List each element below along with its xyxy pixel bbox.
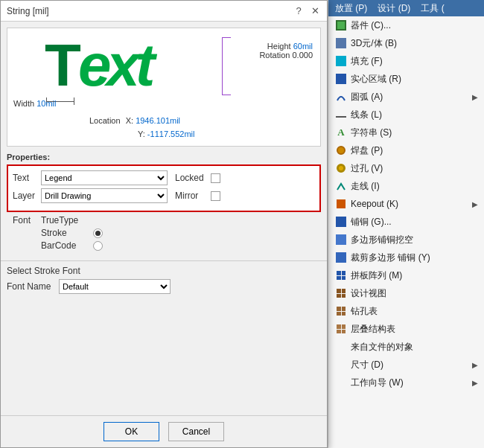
arc-icon <box>334 90 348 103</box>
menu-titlebar: 放置 (P) 设计 (D) 工具 ( <box>328 0 484 16</box>
location-x-value: 1946.101mil <box>136 116 180 125</box>
cancel-button[interactable]: Cancel <box>168 422 224 441</box>
menu-item-drill-table[interactable]: 钻孔表 <box>328 302 484 320</box>
menu-item-pad[interactable]: 焊盘 (P) <box>328 141 484 159</box>
work-guide-arrow-icon: ▶ <box>472 379 478 387</box>
keepout-arrow-icon: ▶ <box>472 200 478 208</box>
properties-box: Text Legend Locked Layer Drill Drawing M… <box>7 164 321 212</box>
barcode-radio-label: BarCode <box>41 240 93 251</box>
menu-item-3dbody-label: 3D元/体 (B) <box>351 37 478 50</box>
menu-item-route[interactable]: 走线 (I) <box>328 177 484 195</box>
layer-select[interactable]: Drill Drawing <box>41 188 168 203</box>
height-bracket <box>222 37 231 95</box>
work-guide-icon <box>334 376 348 389</box>
stroke-radio[interactable] <box>93 228 103 238</box>
menu-title-tools[interactable]: 工具 ( <box>418 2 446 15</box>
mirror-row: Mirror <box>175 191 220 201</box>
menu-item-polygon-cutout[interactable]: 多边形铺铜挖空 <box>328 231 484 249</box>
mirror-checkbox[interactable] <box>211 191 220 201</box>
dialog-footer: OK Cancel <box>1 415 327 447</box>
dialog-title: String [mil] <box>7 6 49 16</box>
stroke-font-title: Select Stroke Font <box>7 266 321 276</box>
string-icon: A <box>334 126 348 139</box>
menu-item-fill[interactable]: 填充 (F) <box>328 52 484 70</box>
font-row: Font TrueType <box>13 215 315 225</box>
dialog-controls: ? ✕ <box>293 5 321 17</box>
menu-item-panel-array[interactable]: 拼板阵列 (M) <box>328 266 484 284</box>
properties-section-title: Properties: <box>7 153 321 161</box>
menu-item-copper-pour[interactable]: 铺铜 (G)... <box>328 213 484 231</box>
menu-item-keepout[interactable]: Keepout (K) ▶ <box>328 195 484 213</box>
location-x-label: X: <box>126 116 133 125</box>
menu-item-pad-label: 焊盘 (P) <box>351 144 478 157</box>
menu-item-solid-region[interactable]: 实心区域 (R) <box>328 70 484 88</box>
dim-line-v2 <box>74 97 74 105</box>
menu-item-3dbody[interactable]: 3D元/体 (B) <box>328 34 484 52</box>
close-icon[interactable]: ✕ <box>309 5 321 17</box>
dialog-titlebar: String [mil] ? ✕ <box>1 1 327 22</box>
menu-title-place[interactable]: 放置 (P) <box>333 2 369 15</box>
locked-row: Locked <box>175 173 220 183</box>
stroke-font-row: Font Name Default <box>7 279 321 294</box>
drill-table-icon <box>334 304 348 318</box>
menu-item-layer-structure[interactable]: 层叠结构表 <box>328 320 484 338</box>
help-icon[interactable]: ? <box>293 5 305 17</box>
menu-item-via[interactable]: 过孔 (V) <box>328 159 484 177</box>
menu-item-from-file[interactable]: 来自文件的对象 <box>328 338 484 356</box>
pad-icon <box>334 144 348 157</box>
menu-item-from-file-label: 来自文件的对象 <box>351 341 478 353</box>
menu-item-slice-polygon[interactable]: 裁剪多边形 铺铜 (Y) <box>328 249 484 266</box>
menu-title-design[interactable]: 设计 (D) <box>375 2 413 15</box>
design-view-icon <box>334 287 348 300</box>
menu-item-fill-label: 填充 (F) <box>351 55 478 68</box>
menu-item-component[interactable]: 器件 (C)... <box>328 16 484 34</box>
component-icon <box>334 19 348 32</box>
menu-item-component-label: 器件 (C)... <box>351 19 478 32</box>
menu-item-polygon-cutout-label: 多边形铺铜挖空 <box>351 234 478 246</box>
stroke-radio-row: Stroke <box>41 228 315 238</box>
height-label-area: Height 60mil Rotation 0.000 <box>259 42 313 60</box>
locked-label: Locked <box>175 173 211 183</box>
via-icon <box>334 161 348 175</box>
ok-button[interactable]: OK <box>104 422 159 441</box>
layer-structure-icon <box>334 322 348 336</box>
keepout-icon <box>334 197 348 211</box>
menu-item-work-guide[interactable]: 工作向导 (W) ▶ <box>328 374 484 391</box>
text-select[interactable]: Legend <box>41 170 168 185</box>
layer-property-label: Layer <box>13 191 41 201</box>
font-label: Font <box>13 215 41 225</box>
menu-list: 器件 (C)... 3D元/体 (B) 填充 (F) 实心区域 (R) 圆弧 ( <box>328 16 484 448</box>
width-label-text: Width <box>13 99 34 108</box>
rotation-value: 0.000 <box>292 51 313 60</box>
menu-item-via-label: 过孔 (V) <box>351 162 478 175</box>
arc-arrow-icon: ▶ <box>472 93 478 101</box>
from-file-icon <box>334 340 348 353</box>
menu-item-string[interactable]: A 字符串 (S) <box>328 124 484 141</box>
location-label-text: Location <box>89 116 121 125</box>
mirror-label: Mirror <box>175 191 211 201</box>
solid-region-icon <box>334 72 348 86</box>
line-icon <box>334 108 348 121</box>
menu-item-string-label: 字符串 (S) <box>351 127 478 139</box>
string-dialog: String [mil] ? ✕ Text Width 10mil Height… <box>0 0 328 448</box>
properties-section: Properties: Text Legend Locked Layer Dri… <box>1 153 327 257</box>
menu-item-route-label: 走线 (I) <box>351 180 478 193</box>
polygon-cutout-icon <box>334 233 348 246</box>
menu-item-work-guide-label: 工作向导 (W) <box>351 377 472 389</box>
layer-property-row: Layer Drill Drawing Mirror <box>13 188 315 203</box>
width-value: 10mil <box>36 99 56 108</box>
stroke-font-section: Select Stroke Font Font Name Default <box>1 260 327 298</box>
menu-item-design-view[interactable]: 设计视图 <box>328 284 484 302</box>
menu-item-dimension[interactable]: 尺寸 (D) ▶ <box>328 356 484 374</box>
location-area: Location X: 1946.101mil <box>89 116 180 125</box>
stroke-font-select[interactable]: Default <box>59 279 171 294</box>
menu-item-design-view-label: 设计视图 <box>351 287 478 300</box>
panel-array-icon <box>334 269 348 282</box>
menu-item-arc[interactable]: 圆弧 (A) ▶ <box>328 88 484 106</box>
stroke-radio-label: Stroke <box>41 228 93 238</box>
menu-item-line[interactable]: 线条 (L) <box>328 106 484 124</box>
dimension-icon <box>334 358 348 371</box>
locked-checkbox[interactable] <box>211 173 220 183</box>
barcode-radio[interactable] <box>93 241 103 251</box>
location-y-value: -1117.552mil <box>147 129 195 138</box>
